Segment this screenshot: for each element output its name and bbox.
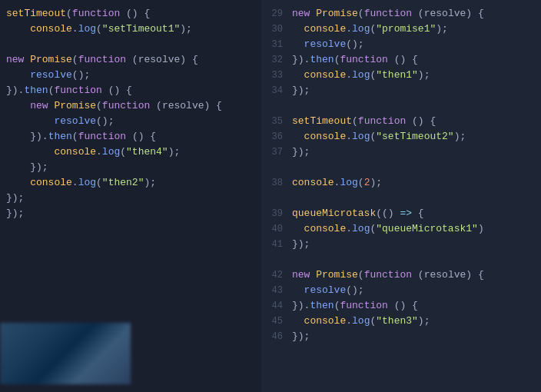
line-number: 30 [261, 22, 283, 37]
code-line: resolve(); [0, 68, 261, 83]
right-code-panel: 293031323334353637383940414243444546 new… [261, 0, 541, 392]
line-number: 45 [261, 314, 283, 329]
code-line: new Promise(function (resolve) { [0, 98, 261, 114]
code-line: new Promise(function (resolve) { [292, 267, 541, 283]
code-line: }); [0, 206, 261, 221]
line-numbers: 293031323334353637383940414243444546 [261, 0, 289, 392]
code-line: }); [292, 83, 541, 98]
code-line: setTimeout(function () { [0, 6, 261, 22]
line-number: 33 [261, 68, 283, 83]
code-line: }); [0, 160, 261, 175]
code-line: console.log("then3"); [292, 314, 541, 329]
code-line: }).then(function () { [292, 298, 541, 314]
code-line: }).then(function () { [0, 83, 261, 98]
code-line: resolve(); [0, 114, 261, 129]
code-line: console.log(2); [292, 175, 541, 191]
code-line: console.log("then4"); [0, 145, 261, 160]
code-line: }); [292, 145, 541, 160]
line-number [261, 98, 283, 114]
line-number: 38 [261, 175, 283, 191]
code-line [0, 37, 261, 52]
line-number: 37 [261, 145, 283, 160]
line-number: 43 [261, 283, 283, 298]
code-line: }); [292, 237, 541, 252]
code-line: console.log("setTimeout2"); [292, 129, 541, 145]
code-line: console.log("setTimeout1"); [0, 22, 261, 37]
line-number: 40 [261, 221, 283, 237]
code-line: queueMicrotask(() => { [292, 206, 541, 221]
line-number: 32 [261, 52, 283, 68]
code-line [292, 98, 541, 114]
code-line: resolve(); [292, 37, 541, 52]
code-line [292, 191, 541, 206]
code-line: new Promise(function (resolve) { [292, 6, 541, 22]
code-line: console.log("queueMicrotask1") [292, 221, 541, 237]
line-number: 31 [261, 37, 283, 52]
line-number: 46 [261, 329, 283, 344]
line-number: 36 [261, 129, 283, 145]
code-line [292, 160, 541, 175]
left-code-content: setTimeout(function () { console.log("se… [0, 6, 261, 221]
line-number [261, 191, 283, 206]
code-line: }); [292, 329, 541, 344]
line-number: 34 [261, 83, 283, 98]
line-number: 35 [261, 114, 283, 129]
code-line: console.log("then2"); [0, 175, 261, 191]
code-line [292, 252, 541, 267]
line-number [261, 252, 283, 267]
code-line: }).then(function () { [292, 52, 541, 68]
line-number [261, 160, 283, 175]
line-number: 44 [261, 298, 283, 314]
right-code-content: new Promise(function (resolve) { console… [289, 0, 541, 392]
line-number: 41 [261, 237, 283, 252]
code-line: console.log("promise1"); [292, 22, 541, 37]
line-number: 39 [261, 206, 283, 221]
code-line: }).then(function () { [0, 129, 261, 145]
left-code-panel: setTimeout(function () { console.log("se… [0, 0, 261, 392]
blurred-thumbnail [0, 323, 131, 384]
code-line: setTimeout(function () { [292, 114, 541, 129]
code-line: }); [0, 191, 261, 206]
code-line: resolve(); [292, 283, 541, 298]
code-line: new Promise(function (resolve) { [0, 52, 261, 68]
line-number: 42 [261, 267, 283, 283]
code-line: console.log("then1"); [292, 68, 541, 83]
line-number: 29 [261, 6, 283, 22]
